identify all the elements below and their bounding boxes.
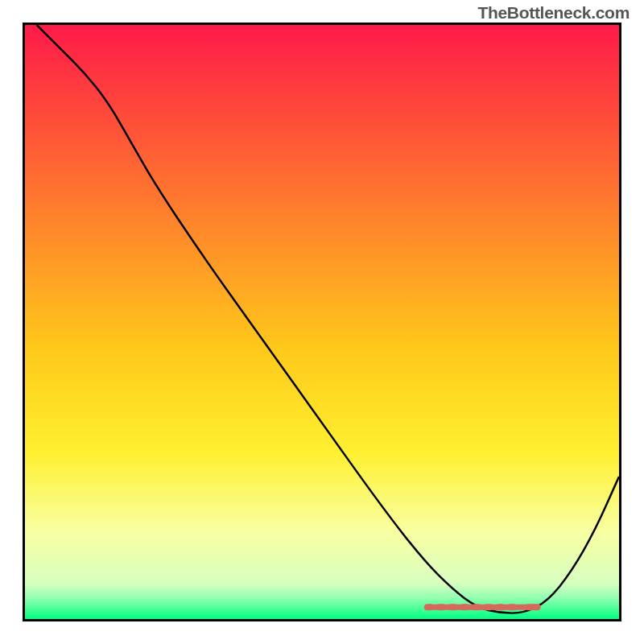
highlight-markers — [424, 604, 541, 610]
highlight-marker — [424, 604, 434, 610]
highlight-marker — [436, 604, 446, 610]
highlight-marker — [531, 604, 541, 610]
bottleneck-curve — [37, 25, 619, 613]
highlight-marker — [460, 604, 469, 610]
plot-frame — [23, 23, 621, 621]
highlight-marker — [484, 604, 493, 610]
watermark-text: TheBottleneck.com — [477, 3, 630, 23]
highlight-marker — [448, 604, 457, 610]
highlight-marker — [507, 604, 517, 610]
highlight-marker — [495, 604, 505, 610]
highlight-marker — [472, 604, 481, 610]
curve-layer — [25, 25, 619, 619]
chart-container: TheBottleneck.com — [0, 0, 644, 644]
